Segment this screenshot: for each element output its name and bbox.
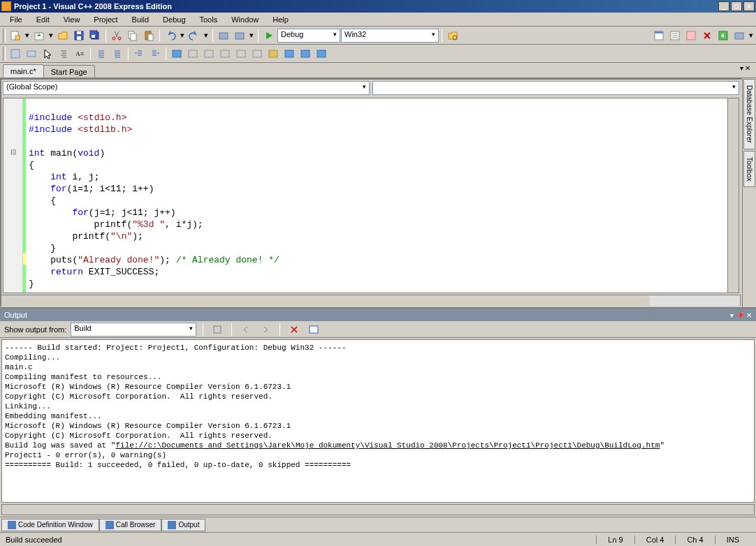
toolbox-button[interactable] <box>699 28 715 43</box>
output-prev-button[interactable] <box>238 322 254 337</box>
decrease-indent-button[interactable] <box>56 46 71 61</box>
bookmark-prev-button[interactable] <box>185 46 201 61</box>
properties-button[interactable] <box>667 28 683 43</box>
platform-combo[interactable]: Win32 <box>341 29 439 43</box>
indent-button[interactable] <box>131 46 147 61</box>
menu-help[interactable]: Help <box>266 14 296 25</box>
bookmark-7-button[interactable] <box>282 46 297 61</box>
output-pin-icon[interactable]: 📌 <box>736 311 744 319</box>
svg-rect-1 <box>15 36 20 40</box>
collapse-icon[interactable]: ⊟ <box>3 146 22 158</box>
bookmark-button[interactable] <box>169 46 184 61</box>
document-tabs: main.c* Start Page ▾ ✕ <box>0 63 756 78</box>
navigate-back-button[interactable] <box>216 28 231 43</box>
member-list-button[interactable] <box>8 46 23 61</box>
save-button[interactable] <box>71 28 87 43</box>
new-project-dropdown[interactable]: ▾ <box>24 28 31 43</box>
close-button[interactable]: × <box>743 1 755 11</box>
output-dropdown-icon[interactable]: ▾ <box>730 311 734 319</box>
side-tab-database-explorer[interactable]: Database Explorer <box>743 79 755 149</box>
minimize-button[interactable]: _ <box>718 1 729 11</box>
side-tabs: Database Explorer Toolbox <box>742 78 756 307</box>
app-icon <box>1 1 11 11</box>
copy-button[interactable] <box>125 28 140 43</box>
menu-window[interactable]: Window <box>224 14 266 25</box>
menu-build[interactable]: Build <box>125 14 156 25</box>
menu-view[interactable]: View <box>57 14 87 25</box>
svg-rect-30 <box>221 50 229 57</box>
output-scrollbar[interactable] <box>1 504 755 515</box>
scope-combo[interactable]: (Global Scope) <box>3 81 370 95</box>
quick-info-button[interactable] <box>24 46 39 61</box>
bookmark-8-button[interactable] <box>298 46 313 61</box>
menu-project[interactable]: Project <box>87 14 124 25</box>
output-find-button[interactable] <box>210 322 225 337</box>
extension-dropdown[interactable]: ▾ <box>748 28 755 43</box>
bookmark-clear-button[interactable] <box>249 46 265 61</box>
navigate-dropdown[interactable]: ▾ <box>248 28 255 43</box>
svg-rect-16 <box>219 33 228 39</box>
redo-dropdown[interactable]: ▾ <box>203 28 210 43</box>
status-ins: INS <box>715 536 750 544</box>
cursor-icon[interactable] <box>40 46 55 61</box>
toolbar-grip[interactable] <box>3 29 6 43</box>
menu-file[interactable]: File <box>3 14 29 25</box>
output-next-button[interactable] <box>258 322 273 337</box>
menu-edit[interactable]: Edit <box>29 14 57 25</box>
cut-button[interactable] <box>109 28 124 43</box>
toolbar-standard: ▾ + ▾ ▾ ▾ ▾ Debug Win32 ▾ <box>0 27 756 45</box>
maximize-button[interactable]: □ <box>731 1 742 11</box>
titlebar: Project 1 - Visual C++ 2008 Express Edit… <box>0 0 756 13</box>
undo-dropdown[interactable]: ▾ <box>179 28 186 43</box>
tab-close-icon[interactable]: ✕ <box>745 64 750 72</box>
output-clear-button[interactable] <box>286 322 302 337</box>
tab-dropdown-icon[interactable]: ▾ <box>740 64 743 72</box>
member-combo[interactable] <box>372 81 739 95</box>
bottom-tab-code-def[interactable]: Code Definition Window <box>1 519 99 531</box>
bookmark-prev-folder-button[interactable] <box>217 46 233 61</box>
find-button[interactable] <box>445 28 460 43</box>
output-from-combo[interactable]: Build <box>71 323 196 337</box>
output-close-icon[interactable]: ✕ <box>746 311 752 319</box>
output-wordwrap-button[interactable] <box>306 322 321 337</box>
redo-button[interactable] <box>187 28 202 43</box>
add-item-dropdown[interactable]: ▾ <box>48 28 54 43</box>
svg-rect-15 <box>148 34 153 40</box>
outdent-button[interactable] <box>147 46 163 61</box>
side-tab-toolbox[interactable]: Toolbox <box>743 151 755 187</box>
bookmark-6-button[interactable] <box>266 46 281 61</box>
start-page-button[interactable] <box>715 28 731 43</box>
menu-tools[interactable]: Tools <box>193 14 225 25</box>
bookmark-next-button[interactable] <box>201 46 217 61</box>
menu-debug[interactable]: Debug <box>156 14 192 25</box>
svg-rect-28 <box>189 50 197 57</box>
navigate-fwd-button[interactable] <box>232 28 247 43</box>
save-all-button[interactable] <box>87 28 103 43</box>
bottom-tab-output[interactable]: Output <box>161 519 205 531</box>
bottom-tab-call-browser[interactable]: Call Browser <box>99 519 162 531</box>
paste-button[interactable] <box>141 28 157 43</box>
solution-explorer-button[interactable] <box>651 28 667 43</box>
tab-main-c[interactable]: main.c* <box>3 64 44 78</box>
toolbar-grip[interactable] <box>3 47 6 61</box>
uncomment-button[interactable] <box>110 46 125 61</box>
extension-button[interactable] <box>732 28 747 43</box>
code-editor[interactable]: #include <stdio.h> #include <stdlib.h> i… <box>26 98 727 293</box>
add-item-button[interactable]: + <box>31 28 47 43</box>
bookmark-next-folder-button[interactable] <box>233 46 249 61</box>
status-col: Col 4 <box>634 536 676 544</box>
tab-start-page[interactable]: Start Page <box>43 65 95 78</box>
object-browser-button[interactable] <box>683 28 699 43</box>
start-debug-button[interactable] <box>261 28 277 43</box>
vertical-scrollbar[interactable] <box>727 98 739 293</box>
horizontal-scrollbar[interactable] <box>1 295 741 306</box>
open-button[interactable] <box>55 28 71 43</box>
bookmark-9-button[interactable] <box>314 46 329 61</box>
output-text[interactable]: ------ Build started: Project: Project1,… <box>1 339 755 503</box>
svg-rect-6 <box>77 31 81 34</box>
increase-indent-button[interactable]: A≡ <box>72 46 87 61</box>
comment-button[interactable] <box>94 46 109 61</box>
config-combo[interactable]: Debug <box>277 29 340 43</box>
undo-button[interactable] <box>163 28 178 43</box>
new-project-button[interactable] <box>8 28 23 43</box>
